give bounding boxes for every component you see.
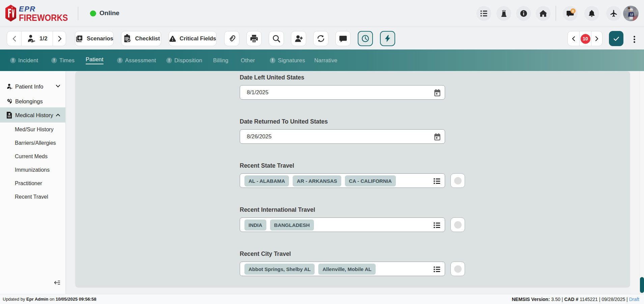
svg-text:12: 12 bbox=[630, 13, 634, 16]
